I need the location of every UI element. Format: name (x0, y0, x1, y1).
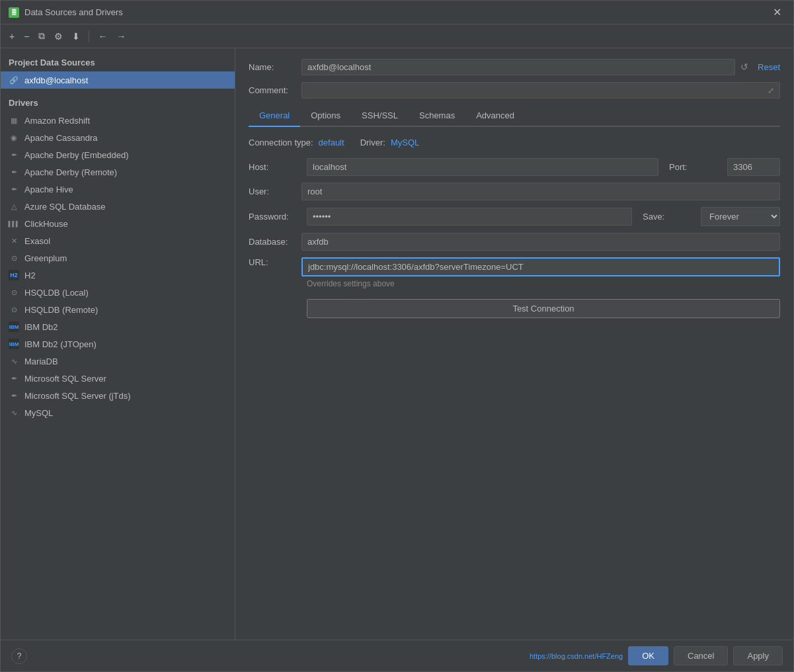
dialog: 🗄 Data Sources and Drivers ✕ + − ⧉ ⚙ ⬇ ←… (0, 0, 794, 672)
driver-mssql-jtds[interactable]: ✒ Microsoft SQL Server (jTds) (1, 387, 235, 404)
tab-schemas[interactable]: Schemas (409, 105, 465, 127)
exasol-icon: ✕ (9, 235, 19, 246)
driver-h2[interactable]: H2 H2 (1, 267, 235, 284)
driver-name: ClickHouse (24, 219, 68, 229)
bottom-left: ? (11, 648, 27, 664)
tab-options[interactable]: Options (300, 105, 351, 127)
sync-icon: ↺ (740, 62, 752, 73)
driver-name: Exasol (24, 236, 50, 246)
reset-button[interactable]: Reset (758, 62, 780, 72)
driver-ibm-db2[interactable]: IBM IBM Db2 (1, 318, 235, 335)
copy-button[interactable]: ⧉ (35, 28, 48, 44)
user-input[interactable] (301, 183, 780, 200)
dialog-title: Data Sources and Drivers (24, 7, 123, 17)
driver-name: Amazon Redshift (24, 116, 90, 126)
driver-name: HSQLDB (Local) (24, 288, 89, 298)
datasource-icon: 🔗 (9, 75, 19, 85)
driver-name: MySQL (24, 408, 53, 418)
overrides-text: Overrides settings above (307, 279, 780, 288)
database-input[interactable] (301, 233, 780, 251)
driver-name: Apache Hive (24, 185, 73, 194)
password-row: Password: Save: Forever (249, 207, 780, 226)
apply-button[interactable]: Apply (733, 646, 783, 665)
mariadb-icon: ∿ (9, 356, 19, 366)
h2-icon: H2 (9, 270, 19, 280)
driver-azure-sql[interactable]: △ Azure SQL Database (1, 198, 235, 215)
driver-mariadb[interactable]: ∿ MariaDB (1, 353, 235, 370)
cancel-button[interactable]: Cancel (674, 646, 728, 665)
driver-name: Microsoft SQL Server (jTds) (24, 391, 131, 401)
test-connection-button[interactable]: Test Connection (307, 299, 780, 318)
driver-name: HSQLDB (Remote) (24, 305, 98, 315)
driver-mssql[interactable]: ✒ Microsoft SQL Server (1, 370, 235, 387)
password-input[interactable] (307, 208, 632, 226)
driver-name: Microsoft SQL Server (24, 374, 106, 384)
title-bar-left: 🗄 Data Sources and Drivers (9, 7, 123, 18)
apache-hive-icon: ✒ (9, 184, 19, 194)
close-button[interactable]: ✕ (769, 5, 785, 20)
url-row: URL: (249, 257, 780, 276)
forward-button[interactable]: → (113, 29, 129, 44)
import-button[interactable]: ⬇ (69, 29, 83, 44)
user-label: User: (249, 187, 301, 196)
tab-ssh-ssl[interactable]: SSH/SSL (351, 105, 409, 127)
driver-name: Apache Cassandra (24, 133, 98, 143)
driver-apache-hive[interactable]: ✒ Apache Hive (1, 181, 235, 198)
user-row: User: (249, 183, 780, 200)
settings-button[interactable]: ⚙ (51, 29, 66, 44)
project-data-sources-label: Project Data Sources (1, 54, 235, 71)
connection-type-row: Connection type: default Driver: MySQL (249, 138, 780, 147)
add-button[interactable]: + (6, 29, 18, 44)
driver-mysql[interactable]: ∿ MySQL (1, 404, 235, 421)
comment-input[interactable] (307, 85, 768, 95)
selected-data-source[interactable]: 🔗 axfdb@localhost (1, 71, 235, 89)
driver-apache-derby-remote[interactable]: ✒ Apache Derby (Remote) (1, 163, 235, 181)
connection-type-label: Connection type: (249, 138, 313, 147)
help-button[interactable]: ? (11, 648, 27, 664)
clickhouse-icon: ▌▌▌ (9, 218, 19, 229)
driver-ibm-db2-jtopen[interactable]: IBM IBM Db2 (JTOpen) (1, 335, 235, 353)
port-input[interactable] (727, 158, 780, 176)
driver-name: IBM Db2 (24, 322, 58, 332)
driver-hsqldb-remote[interactable]: ⊙ HSQLDB (Remote) (1, 301, 235, 318)
driver-apache-cassandra[interactable]: ◉ Apache Cassandra (1, 129, 235, 146)
url-label: URL: (249, 257, 301, 267)
save-select[interactable]: Forever (701, 207, 780, 226)
driver-name: MariaDB (24, 357, 58, 366)
amazon-redshift-icon: ▦ (9, 115, 19, 126)
url-input[interactable] (301, 257, 780, 276)
save-group: Save: Forever (643, 207, 780, 226)
name-input-wrapper: ↺ (301, 59, 752, 75)
tab-advanced[interactable]: Advanced (465, 105, 525, 127)
comment-row: Comment: ⤢ (249, 82, 780, 99)
driver-clickhouse[interactable]: ▌▌▌ ClickHouse (1, 215, 235, 232)
main-content: Project Data Sources 🔗 axfdb@localhost D… (1, 48, 793, 640)
driver-value[interactable]: MySQL (391, 138, 419, 147)
back-button[interactable]: ← (95, 29, 110, 44)
driver-amazon-redshift[interactable]: ▦ Amazon Redshift (1, 112, 235, 129)
host-group: Host: (249, 158, 658, 176)
driver-name: Greenplum (24, 253, 67, 263)
apache-derby-embedded-icon: ✒ (9, 149, 19, 160)
port-group: Port: (669, 158, 780, 176)
remove-button[interactable]: − (20, 29, 32, 44)
mssql-jtds-icon: ✒ (9, 390, 19, 401)
driver-exasol[interactable]: ✕ Exasol (1, 232, 235, 249)
datasource-name: axfdb@localhost (24, 75, 88, 85)
host-input[interactable] (307, 158, 658, 176)
comment-label: Comment: (249, 85, 301, 95)
sidebar: Project Data Sources 🔗 axfdb@localhost D… (1, 48, 235, 640)
tabs: General Options SSH/SSL Schemas Advanced (249, 105, 780, 127)
name-input[interactable] (301, 59, 735, 75)
app-icon: 🗄 (9, 7, 19, 18)
connection-type-value[interactable]: default (319, 138, 344, 147)
tab-general[interactable]: General (249, 105, 300, 127)
driver-name: H2 (24, 271, 36, 280)
drivers-section: Drivers ▦ Amazon Redshift ◉ Apache Cassa… (1, 94, 235, 421)
driver-apache-derby-embedded[interactable]: ✒ Apache Derby (Embedded) (1, 146, 235, 163)
driver-hsqldb-local[interactable]: ⊙ HSQLDB (Local) (1, 284, 235, 301)
apache-derby-remote-icon: ✒ (9, 167, 19, 177)
driver-greenplum[interactable]: ⊙ Greenplum (1, 249, 235, 267)
ok-button[interactable]: OK (628, 646, 668, 665)
expand-icon[interactable]: ⤢ (768, 86, 774, 95)
